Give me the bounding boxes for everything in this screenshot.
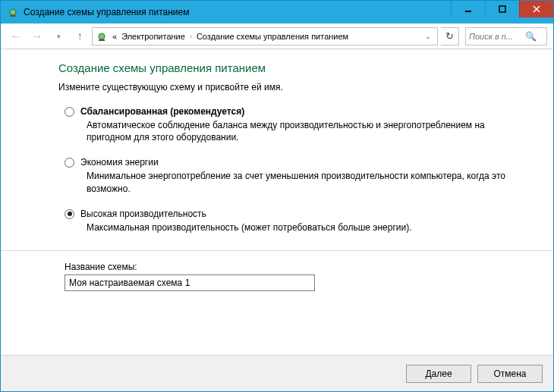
svg-rect-1 bbox=[10, 15, 16, 17]
window-controls bbox=[451, 1, 553, 24]
breadcrumb[interactable]: « Электропитание › Создание схемы управл… bbox=[92, 27, 438, 45]
svg-rect-7 bbox=[99, 39, 105, 41]
option-title[interactable]: Высокая производительность bbox=[80, 209, 206, 219]
search-icon: 🔍 bbox=[525, 31, 537, 42]
svg-rect-2 bbox=[465, 11, 471, 12]
chevron-down-icon[interactable]: ⌄ bbox=[422, 33, 434, 40]
power-icon bbox=[7, 6, 19, 18]
divider bbox=[1, 250, 553, 251]
option-title[interactable]: Сбалансированная (рекомендуется) bbox=[80, 106, 244, 117]
next-button[interactable]: Далее bbox=[406, 365, 471, 383]
up-button[interactable]: ↑ bbox=[71, 27, 89, 45]
radio-highperf[interactable] bbox=[65, 209, 74, 219]
option-desc: Максимальная производительность (может п… bbox=[87, 221, 523, 234]
maximize-button[interactable] bbox=[485, 1, 519, 17]
back-button[interactable]: ← bbox=[7, 27, 25, 45]
option-desc: Минимальное энергопотребление за счет ум… bbox=[87, 170, 523, 194]
plan-option-highperf: Высокая производительность Максимальная … bbox=[58, 209, 523, 234]
titlebar: Создание схемы управления питанием bbox=[1, 1, 553, 24]
power-icon bbox=[96, 30, 108, 42]
footer: Далее Отмена bbox=[1, 355, 553, 391]
plan-option-powersaver: Экономия энергии Минимальное энергопотре… bbox=[58, 157, 523, 194]
window: Создание схемы управления питанием ← → ▾… bbox=[0, 0, 554, 392]
recent-dropdown[interactable]: ▾ bbox=[49, 27, 68, 45]
option-title[interactable]: Экономия энергии bbox=[80, 157, 159, 168]
svg-rect-3 bbox=[499, 6, 505, 12]
option-desc: Автоматическое соблюдение баланса между … bbox=[87, 119, 523, 143]
svg-point-0 bbox=[10, 9, 16, 15]
plan-name-section: Название схемы: bbox=[58, 262, 523, 291]
breadcrumb-item[interactable]: Создание схемы управления питанием bbox=[197, 32, 348, 41]
forward-button[interactable]: → bbox=[28, 27, 46, 45]
search-box[interactable]: 🔍 bbox=[465, 27, 547, 45]
navbar: ← → ▾ ↑ « Электропитание › Создание схем… bbox=[1, 24, 553, 49]
svg-point-6 bbox=[99, 33, 105, 39]
breadcrumb-item[interactable]: Электропитание bbox=[121, 32, 185, 41]
window-title: Создание схемы управления питанием bbox=[24, 7, 451, 17]
close-button[interactable] bbox=[519, 1, 553, 17]
refresh-button[interactable]: ↻ bbox=[441, 27, 459, 45]
content-area: Создание схемы управления питанием Измен… bbox=[1, 49, 553, 355]
chevron-right-icon: › bbox=[190, 33, 192, 40]
plan-option-balanced: Сбалансированная (рекомендуется) Автомат… bbox=[58, 106, 523, 143]
plan-name-input[interactable] bbox=[65, 274, 315, 291]
minimize-button[interactable] bbox=[451, 1, 485, 17]
plan-name-label: Название схемы: bbox=[65, 262, 523, 272]
breadcrumb-prefix: « bbox=[112, 32, 117, 41]
radio-powersaver[interactable] bbox=[65, 158, 74, 168]
cancel-button[interactable]: Отмена bbox=[477, 365, 543, 383]
radio-balanced[interactable] bbox=[65, 107, 74, 117]
page-title: Создание схемы управления питанием bbox=[58, 61, 523, 74]
page-subtitle: Измените существующую схему и присвойте … bbox=[58, 82, 523, 93]
search-input[interactable] bbox=[469, 32, 522, 41]
